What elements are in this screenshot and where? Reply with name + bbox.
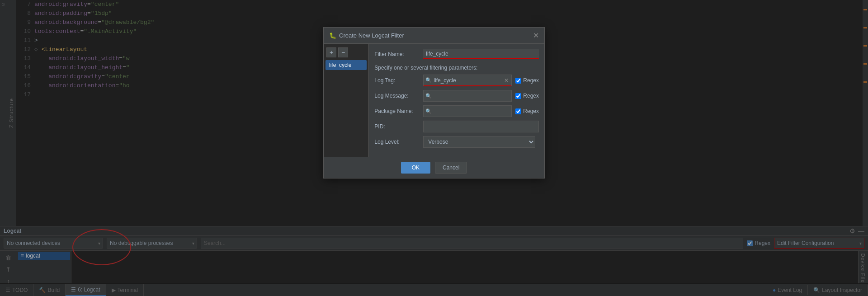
log-message-regex-checkbox[interactable]: [515, 93, 521, 99]
ok-button[interactable]: OK: [401, 162, 430, 174]
modal-close-button[interactable]: ✕: [533, 31, 539, 40]
modal-filter-config: Filter Name: Specify one or several filt…: [369, 44, 544, 157]
log-tag-regex-checkbox[interactable]: [515, 78, 521, 84]
modal-body: + − life_cycle Filter Name: Specify one …: [324, 44, 544, 157]
package-name-regex-check: Regex: [515, 108, 539, 114]
package-name-input-wrapper: 🔍: [423, 105, 512, 117]
log-message-label: Log Message:: [374, 93, 420, 99]
log-message-input-wrapper: 🔍: [423, 90, 512, 102]
package-name-label: Package Name:: [374, 108, 420, 114]
log-message-row: Log Message: 🔍 Regex: [374, 90, 539, 102]
filter-list-item-lifecycle[interactable]: life_cycle: [326, 60, 367, 70]
log-level-label: Log Level:: [374, 139, 420, 145]
log-message-regex-label: Regex: [523, 93, 539, 99]
modal-filter-list: + − life_cycle: [324, 44, 369, 157]
log-message-input[interactable]: [434, 93, 509, 99]
package-name-regex-checkbox[interactable]: [515, 108, 521, 114]
package-name-input[interactable]: [434, 108, 509, 114]
log-tag-clear-button[interactable]: ✕: [503, 77, 509, 84]
modal-title-text: Create New Logcat Filter: [339, 32, 404, 39]
filter-item-label: life_cycle: [329, 62, 351, 68]
log-tag-row: Log Tag: 🔍 ✕ Regex: [374, 75, 539, 86]
params-label: Specify one or several filtering paramet…: [374, 65, 539, 71]
log-tag-regex-check: Regex: [515, 77, 539, 84]
log-level-select[interactable]: Verbose Debug Info Warn Error Assert: [423, 136, 535, 148]
pid-row: PID:: [374, 121, 539, 132]
modal-overlay: 🐛 Create New Logcat Filter ✕ + − life_cy…: [0, 0, 868, 296]
log-message-search-icon: 🔍: [425, 93, 432, 99]
create-filter-modal: 🐛 Create New Logcat Filter ✕ + − life_cy…: [323, 27, 545, 179]
package-name-regex-label: Regex: [523, 108, 539, 114]
pid-label: PID:: [374, 123, 420, 130]
log-level-row: Log Level: Verbose Debug Info Warn Error…: [374, 136, 539, 148]
filter-name-label: Filter Name:: [374, 51, 420, 57]
remove-filter-button[interactable]: −: [338, 47, 348, 57]
add-filter-button[interactable]: +: [326, 47, 336, 57]
cancel-button[interactable]: Cancel: [435, 162, 467, 174]
pid-input[interactable]: [423, 121, 539, 132]
package-name-search-icon: 🔍: [425, 108, 432, 114]
modal-header: 🐛 Create New Logcat Filter ✕: [324, 28, 544, 44]
modal-title-icon: 🐛: [329, 32, 336, 39]
log-tag-regex-label: Regex: [523, 77, 539, 84]
log-tag-label: Log Tag:: [374, 77, 420, 84]
log-tag-input-wrapper: 🔍 ✕: [423, 75, 512, 86]
modal-title: 🐛 Create New Logcat Filter: [329, 32, 404, 39]
log-message-regex-check: Regex: [515, 93, 539, 99]
filter-name-row: Filter Name:: [374, 49, 539, 59]
log-tag-search-icon: 🔍: [425, 77, 432, 83]
log-tag-input[interactable]: [434, 77, 501, 84]
filter-name-input[interactable]: [423, 49, 539, 59]
modal-footer: OK Cancel: [324, 157, 544, 178]
modal-filter-controls: + −: [326, 46, 367, 58]
package-name-row: Package Name: 🔍 Regex: [374, 105, 539, 117]
